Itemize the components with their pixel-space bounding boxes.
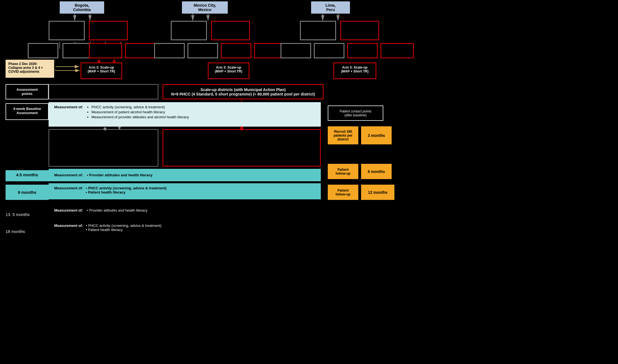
measurement-row3-cyan: Measurement of: • PHCC activity (screeni… xyxy=(49,183,321,199)
meas5-bullets: • PHCC activity (screening, advice & tre… xyxy=(86,224,162,232)
lima-row2-box2 xyxy=(314,43,344,58)
lima-row1-box1 xyxy=(300,21,336,40)
big-red-box-right xyxy=(162,129,321,167)
scale-up-districts-box: Scale-up districts (with Municipal Actio… xyxy=(162,84,324,99)
big-gray-box-left xyxy=(49,129,158,167)
svg-marker-1 xyxy=(88,15,92,21)
arm3-lima: Arm 3: Scale-up(MAP + Short TR) xyxy=(333,62,376,79)
measurement-row2-cyan: Measurement of: • Provider attitudes and… xyxy=(49,169,321,181)
patient-followup-1: Patientfollow-up xyxy=(328,164,358,179)
meas2-bullets: • Provider attitudes and health literacy xyxy=(86,173,152,177)
assessment-points-box: Assessmentpoints xyxy=(6,84,49,99)
svg-marker-9 xyxy=(336,15,340,21)
lima-row2-box3 xyxy=(347,43,378,58)
arrow-down-red xyxy=(239,126,244,131)
diagram-container: Bogota,Colombia Mexico City,Mexico Lima,… xyxy=(0,0,618,364)
months-6-label: 6 months xyxy=(361,164,392,179)
meas5-label: Measurement of: xyxy=(54,224,83,228)
baseline-assessment-box: 4-week BaselineAssessment xyxy=(6,103,49,120)
phase2-arrow xyxy=(55,69,82,73)
patient-followup-2: Patientfollow-up xyxy=(328,185,358,200)
city-mexico: Mexico City,Mexico xyxy=(182,1,228,14)
month-4-5: 4.5 months xyxy=(6,170,49,181)
lima-row2-box4 xyxy=(381,43,414,58)
arm3-mexico: Arm 3: Scale-up(MAP + Short TR) xyxy=(208,62,249,79)
big-gray-box-top xyxy=(49,84,158,99)
mexico-row1-box1 xyxy=(171,21,207,40)
mexico-row2-box3 xyxy=(221,43,251,58)
mexico-row2-box2 xyxy=(187,43,218,58)
bogota-row2-box3 xyxy=(89,43,122,58)
meas2-label: Measurement of: xyxy=(54,173,83,177)
measurement-row1: Measurement of: PHCC activity (screening… xyxy=(49,102,321,127)
mexico-row1-box2 xyxy=(211,21,250,40)
svg-marker-0 xyxy=(73,15,76,21)
bogota-row1-box2 xyxy=(89,21,128,40)
svg-marker-8 xyxy=(321,15,324,21)
phase2-box: Phase 2 Dec 2020:Collapse arms 3 & 4 +CO… xyxy=(6,60,54,78)
arm3-bogota: Arm 3: Scale-up(MAP + Short TR) xyxy=(81,62,122,79)
bogota-row2-box1 xyxy=(28,43,58,58)
mexico-row2-box1 xyxy=(154,43,185,58)
bogota-row2-box2 xyxy=(62,43,93,58)
city-lima: Lima,Peru xyxy=(311,1,350,14)
lima-row2-box1 xyxy=(281,43,311,58)
arrow-down-gray xyxy=(102,126,108,131)
bogota-row1-box1 xyxy=(49,21,85,40)
meas4-bullets: • Provider attitudes and health literacy xyxy=(86,208,147,212)
months-12-label: 12 months xyxy=(361,185,394,200)
measurement-row4-text: Measurement of: • Provider attitudes and… xyxy=(49,207,321,214)
patient-contact-box: Patient contact points(after baseline) xyxy=(328,106,383,121)
svg-marker-4 xyxy=(191,15,194,21)
month-9: 9 months xyxy=(6,185,49,200)
month-18: 18 months xyxy=(6,224,49,238)
meas4-label: Measurement of: xyxy=(54,208,83,212)
mexico-row2-box4 xyxy=(254,43,285,58)
month-13-5: 13. 5 months xyxy=(6,209,49,220)
meas3-label: Measurement of: xyxy=(54,186,83,190)
meas1-bullets: PHCC activity (screening, advice & treat… xyxy=(86,105,189,120)
meas1-label: Measurement of: xyxy=(54,105,83,109)
measurement-row5-text: Measurement of: • PHCC activity (screeni… xyxy=(49,222,321,233)
city-bogota: Bogota,Colombia xyxy=(60,1,104,14)
lima-row1-box2 xyxy=(340,21,379,40)
meas3-bullets: • PHCC activity (screening, advice & tre… xyxy=(86,186,167,194)
bogota-row2-box4 xyxy=(125,43,158,58)
months-3-label: 3 months xyxy=(361,126,392,144)
recruit-box: Recruit 180patients perdistrict xyxy=(328,126,358,144)
svg-marker-5 xyxy=(206,15,210,21)
